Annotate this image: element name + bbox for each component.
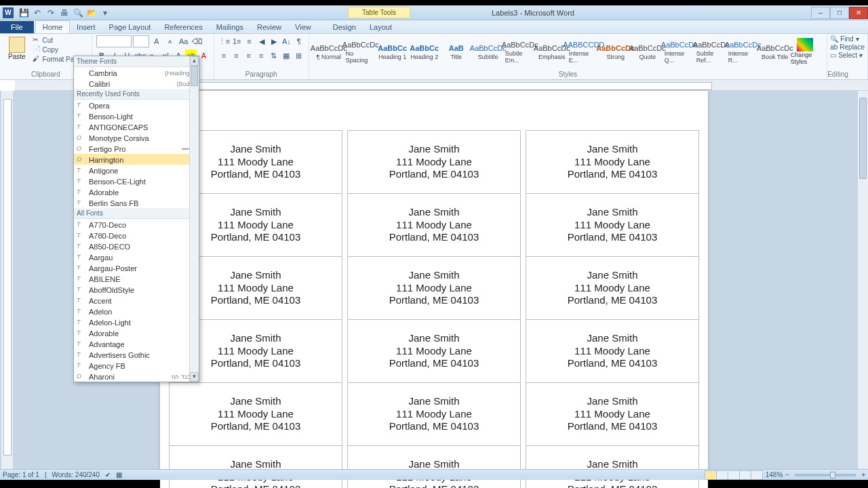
zoom-slider-thumb[interactable] (830, 472, 835, 479)
status-spell-icon[interactable]: ✔ (105, 471, 111, 479)
scrollbar-thumb[interactable] (859, 98, 867, 179)
font-option[interactable]: TA780-Deco (74, 230, 199, 241)
maximize-button[interactable]: □ (830, 7, 849, 19)
qat-new-icon[interactable]: ▾ (99, 7, 111, 19)
shading-button[interactable]: ▦ (281, 49, 292, 62)
grow-font-button[interactable]: A (151, 35, 163, 47)
font-option[interactable]: Cambria(Headings) (74, 67, 199, 78)
style-item[interactable]: AaBbCcHeading 1 (377, 35, 408, 69)
font-name-input[interactable] (96, 35, 132, 47)
align-left-button[interactable]: ≡ (218, 49, 229, 62)
font-option[interactable]: TAdelon-Light (74, 317, 199, 327)
label-cell[interactable]: Jane Smith111 Moody LanePortland, ME 041… (526, 446, 699, 489)
change-case-button[interactable]: Aa (178, 35, 190, 47)
bullets-button[interactable]: ⋮≡ (218, 35, 230, 47)
status-macro-icon[interactable]: ▦ (116, 471, 122, 479)
minimize-button[interactable]: – (811, 7, 830, 19)
font-option[interactable]: TAdvertisers Gothic (74, 349, 199, 360)
font-option[interactable]: TBenson-CE-Light (74, 176, 199, 186)
increase-indent-button[interactable]: ▶ (269, 35, 279, 47)
font-option[interactable]: TAdorable (74, 327, 199, 338)
view-full-screen[interactable] (716, 470, 728, 480)
tab-references[interactable]: References (157, 21, 209, 33)
style-item[interactable]: AaBbCcDcQuote (632, 35, 663, 69)
style-item[interactable]: AaBbCcDcIntense Q... (664, 35, 695, 69)
style-item[interactable]: AaBbCcDcSubtitle (473, 35, 504, 69)
qat-open-icon[interactable]: 📂 (85, 7, 98, 19)
font-option[interactable]: OFertigo Pro•••••• (74, 143, 199, 154)
numbering-button[interactable]: 1≡ (231, 35, 242, 47)
font-option[interactable]: TAntigone (74, 165, 199, 176)
font-option[interactable]: TANTIGONECAPS (74, 121, 199, 132)
scroll-up-button[interactable]: ▲ (190, 56, 199, 66)
font-option[interactable]: TAdorable (74, 186, 199, 197)
zoom-level[interactable]: 148% (766, 471, 783, 479)
font-option[interactable]: TAboffOldStyle (74, 284, 199, 295)
view-web-layout[interactable] (728, 470, 740, 480)
font-option[interactable]: TBerlin Sans FB (74, 197, 199, 208)
font-option[interactable]: TAargau-Poster (74, 262, 199, 273)
multilevel-button[interactable]: ≡ (243, 35, 254, 47)
style-item[interactable]: AaBbCcDcStrong (600, 35, 631, 69)
tab-mailings[interactable]: Mailings (210, 21, 250, 33)
font-dropdown[interactable]: Theme Fonts Cambria(Headings)Calibri(Bod… (73, 56, 199, 382)
zoom-in-button[interactable]: + (861, 471, 865, 479)
style-item[interactable]: AABBCCDDIntense E... (568, 35, 599, 69)
copy-button[interactable]: 📄Copy (33, 45, 87, 54)
font-option[interactable]: TA770-Deco (74, 219, 199, 230)
font-option[interactable]: TAccent (74, 295, 199, 306)
qat-undo-icon[interactable]: ↶ (31, 7, 43, 19)
shrink-font-button[interactable]: A (164, 35, 176, 47)
font-option[interactable]: TAgency FB (74, 360, 199, 371)
label-cell[interactable]: Jane Smith111 Moody LanePortland, ME 041… (348, 131, 521, 194)
line-spacing-button[interactable]: ⇅ (268, 49, 279, 62)
replace-button[interactable]: abReplace (830, 43, 865, 51)
tab-file[interactable]: File (0, 21, 34, 33)
label-cell[interactable]: Jane Smith111 Moody LanePortland, ME 041… (348, 383, 521, 446)
style-item[interactable]: AaBbCcDcBook Title (760, 35, 791, 69)
font-option[interactable]: TOpera (74, 100, 199, 110)
font-size-input[interactable] (133, 35, 149, 47)
font-color-button[interactable]: A (198, 49, 210, 62)
sort-button[interactable]: A↓ (281, 35, 292, 47)
label-cell[interactable]: Jane Smith111 Moody LanePortland, ME 041… (170, 446, 342, 489)
page[interactable]: Jane Smith111 Moody LanePortland, ME 041… (160, 91, 708, 488)
label-cell[interactable]: Jane Smith111 Moody LanePortland, ME 041… (348, 257, 521, 320)
view-draft[interactable] (751, 470, 763, 480)
align-center-button[interactable]: ≡ (231, 49, 241, 62)
scroll-down-button[interactable]: ▼ (190, 372, 199, 382)
align-right-button[interactable]: ≡ (243, 49, 254, 62)
borders-button[interactable]: ⊞ (293, 49, 304, 62)
font-option[interactable]: OAharoniאבגד הוז (74, 371, 199, 382)
label-cell[interactable]: Jane Smith111 Moody LanePortland, ME 041… (348, 194, 521, 257)
status-words[interactable]: Words: 240/240 (52, 471, 100, 479)
font-option[interactable]: TAdvantage (74, 338, 199, 349)
tab-review[interactable]: Review (250, 21, 288, 33)
tab-layout[interactable]: Layout (363, 21, 399, 33)
tab-design[interactable]: Design (326, 21, 363, 33)
style-item[interactable]: AaBbCcDcIntense R... (728, 35, 759, 69)
qat-preview-icon[interactable]: 🔍 (72, 7, 84, 19)
cut-button[interactable]: ✂Cut (33, 36, 87, 44)
label-cell[interactable]: Jane Smith111 Moody LanePortland, ME 041… (526, 383, 699, 446)
view-print-layout[interactable] (705, 470, 717, 480)
font-option[interactable]: TBenson-Light (74, 110, 199, 121)
tab-home[interactable]: Home (35, 20, 70, 33)
label-cell[interactable]: Jane Smith111 Moody LanePortland, ME 041… (526, 131, 699, 194)
font-option[interactable]: Calibri(Body) (74, 78, 199, 89)
style-item[interactable]: AaBbCcDcNo Spacing (345, 35, 376, 69)
qat-print-icon[interactable]: 🖶 (58, 7, 71, 19)
zoom-out-button[interactable]: − (785, 471, 789, 479)
tab-view[interactable]: View (288, 21, 318, 33)
font-option[interactable]: TABILENE (74, 273, 199, 284)
label-cell[interactable]: Jane Smith111 Moody LanePortland, ME 041… (526, 320, 699, 383)
label-cell[interactable]: Jane Smith111 Moody LanePortland, ME 041… (526, 194, 699, 257)
tab-page-layout[interactable]: Page Layout (102, 21, 158, 33)
tab-insert[interactable]: Insert (70, 21, 102, 33)
decrease-indent-button[interactable]: ◀ (256, 35, 267, 47)
find-button[interactable]: 🔍Find ▾ (830, 35, 865, 43)
style-item[interactable]: AaBTitle (441, 35, 472, 69)
select-button[interactable]: ▭Select ▾ (830, 52, 865, 59)
label-cell[interactable]: Jane Smith111 Moody LanePortland, ME 041… (348, 320, 521, 383)
clear-formatting-button[interactable]: ⌫ (191, 35, 203, 47)
